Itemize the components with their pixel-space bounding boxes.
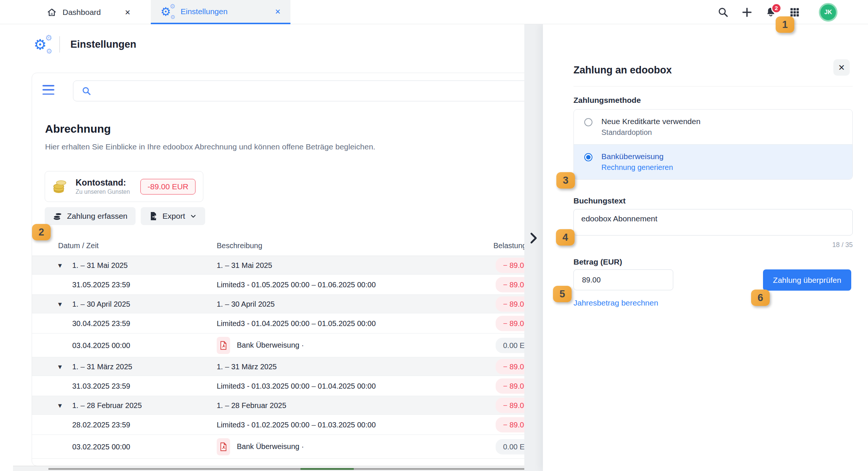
horizontal-scrollbar[interactable] bbox=[13, 466, 524, 471]
table-header: Datum / Zeit Beschreibung Belastung bbox=[32, 235, 524, 256]
balance-value-badge: -89.00 EUR bbox=[140, 179, 195, 195]
annotation-badge-2: 2 bbox=[32, 224, 51, 240]
row-date-cell: 30.04.2025 23:59 bbox=[58, 319, 130, 328]
table-row: 31.05.2025 23:59 Limited3 - 01.05.2025 0… bbox=[32, 275, 524, 295]
booking-text-input[interactable]: edoobox Abonnement bbox=[573, 209, 853, 236]
balance-sublabel: Zu unseren Gunsten bbox=[76, 189, 130, 195]
row-amount-cell: 0.00 EUR bbox=[496, 338, 524, 353]
row-amount-cell: − 89.00 EUR bbox=[496, 277, 524, 292]
row-amount-cell: 0.00 EUR bbox=[496, 439, 524, 454]
amount-input[interactable] bbox=[573, 269, 673, 290]
row-amount-cell: − 89.00 EUR bbox=[496, 257, 524, 273]
search-input[interactable] bbox=[97, 86, 524, 96]
tab-strip: Dashboard ✕ ⚙⚙⚙ Einstellungen ✕ bbox=[37, 0, 290, 24]
row-amount-cell: − 89.00 EUR bbox=[496, 359, 524, 374]
tab-einstellungen-close-icon[interactable]: ✕ bbox=[275, 7, 281, 16]
payment-method-options: Neue Kreditkarte verwenden Standardoptio… bbox=[573, 109, 853, 180]
gears-icon: ⚙⚙⚙ bbox=[160, 4, 175, 19]
row-amount-cell: − 89.00 EUR bbox=[496, 398, 524, 413]
tab-dashboard[interactable]: Dashboard ✕ bbox=[37, 0, 143, 24]
row-description-cell: Limited3 - 01.03.2025 00:00 – 01.04.2025… bbox=[217, 382, 376, 390]
drawer-close-icon[interactable]: ✕ bbox=[833, 59, 850, 76]
option-subtitle-link[interactable]: Rechnung generieren bbox=[601, 163, 673, 172]
table-body: ▼ 1. – 31 Mai 2025 1. – 31 Mai 2025 − 89… bbox=[32, 256, 524, 459]
option-title: Banküberweisung bbox=[601, 152, 673, 161]
table-row: 03.04.2025 00:00 Bank Überweisung · 0.00… bbox=[32, 334, 524, 357]
notifications-bell-icon[interactable]: 2 bbox=[764, 6, 777, 19]
row-date-cell: ▼ 1. – 31 Mai 2025 bbox=[58, 261, 128, 269]
table-row[interactable]: ▼ 1. – 31 März 2025 1. – 31 März 2025 − … bbox=[32, 357, 524, 376]
column-header-beschreibung: Beschreibung bbox=[217, 235, 262, 256]
tab-einstellungen-label: Einstellungen bbox=[181, 7, 228, 16]
annotation-badge-5: 5 bbox=[553, 286, 572, 302]
row-description-cell: Bank Überweisung · bbox=[217, 438, 304, 455]
row-date-cell: 03.04.2025 00:00 bbox=[58, 341, 130, 350]
row-description-cell: Limited3 - 01.02.2025 00:00 – 01.03.2025… bbox=[217, 420, 376, 429]
menu-hamburger-icon[interactable] bbox=[42, 85, 54, 95]
row-description-cell: 1. – 31 März 2025 bbox=[217, 362, 277, 371]
table-row: 28.02.2025 23:59 Limited3 - 01.02.2025 0… bbox=[32, 415, 524, 435]
amount-pill: − 89.00 EUR bbox=[496, 398, 524, 413]
tab-dashboard-close-icon[interactable]: ✕ bbox=[125, 8, 131, 16]
tab-einstellungen[interactable]: ⚙⚙⚙ Einstellungen ✕ bbox=[151, 0, 290, 24]
booking-text-label: Buchungstext bbox=[573, 196, 626, 205]
collapse-triangle-icon[interactable]: ▼ bbox=[58, 262, 72, 268]
row-description-cell: 1. – 28 Februar 2025 bbox=[217, 401, 286, 410]
app-window: Dashboard ✕ ⚙⚙⚙ Einstellungen ✕ bbox=[0, 0, 868, 471]
capture-payment-label: Zahlung erfassen bbox=[67, 212, 127, 221]
collapse-triangle-icon[interactable]: ▼ bbox=[58, 364, 72, 369]
drawer-divider bbox=[573, 86, 853, 86]
amount-pill: 0.00 EUR bbox=[496, 439, 524, 454]
radio-unselected[interactable] bbox=[584, 118, 592, 126]
row-description-cell: Limited3 - 01.04.2025 00:00 – 01.05.2025… bbox=[217, 319, 376, 328]
amount-pill: − 89.00 EUR bbox=[496, 359, 524, 374]
pdf-file-icon[interactable] bbox=[217, 337, 230, 354]
table-row[interactable]: ▼ 1. – 30 April 2025 1. – 30 April 2025 … bbox=[32, 295, 524, 313]
top-bar: Dashboard ✕ ⚙⚙⚙ Einstellungen ✕ bbox=[0, 0, 868, 24]
coins-icon bbox=[53, 179, 67, 195]
annual-amount-link[interactable]: Jahresbetrag berechnen bbox=[573, 298, 658, 307]
row-date-cell: 28.02.2025 23:59 bbox=[58, 420, 130, 429]
option-subtitle: Standardoption bbox=[601, 128, 700, 137]
option-new-credit-card[interactable]: Neue Kreditkarte verwenden Standardoptio… bbox=[574, 110, 852, 144]
table-row: 30.04.2025 23:59 Limited3 - 01.04.2025 0… bbox=[32, 313, 524, 334]
row-amount-cell: − 89.00 EUR bbox=[496, 296, 524, 312]
notification-count-badge: 2 bbox=[771, 3, 782, 13]
capture-payment-button[interactable]: Zahlung erfassen bbox=[45, 207, 136, 225]
actions-row: Zahlung erfassen Export bbox=[45, 207, 205, 225]
collapse-triangle-icon[interactable]: ▼ bbox=[58, 402, 72, 408]
pdf-file-icon[interactable] bbox=[217, 438, 230, 455]
collapse-drawer-chevron-icon[interactable] bbox=[529, 232, 538, 244]
row-date-cell: 31.03.2025 23:59 bbox=[58, 382, 130, 390]
table-row[interactable]: ▼ 1. – 31 Mai 2025 1. – 31 Mai 2025 − 89… bbox=[32, 256, 524, 275]
table-row[interactable]: ▼ 1. – 28 Februar 2025 1. – 28 Februar 2… bbox=[32, 396, 524, 415]
table-search bbox=[73, 80, 524, 101]
drawer-title: Zahlung an edoobox bbox=[573, 64, 672, 76]
row-description-cell: 1. – 30 April 2025 bbox=[217, 300, 275, 308]
table-row: 03.02.2025 00:00 Bank Überweisung · 0.00… bbox=[32, 435, 524, 459]
option-title: Neue Kreditkarte verwenden bbox=[601, 117, 700, 126]
amount-pill: − 89.00 EUR bbox=[496, 316, 524, 331]
page-title: Einstellungen bbox=[70, 39, 136, 50]
main-panel: ⚙⚙⚙ Einstellungen Abrechnung Hier erhalt… bbox=[13, 24, 524, 471]
page-gears-icon: ⚙⚙⚙ bbox=[34, 35, 51, 54]
row-date-cell: 31.05.2025 23:59 bbox=[58, 280, 130, 289]
row-date-cell: 03.02.2025 00:00 bbox=[58, 442, 130, 451]
payment-drawer: ✕ Zahlung an edoobox Zahlungsmethode Neu… bbox=[543, 24, 868, 471]
row-amount-cell: − 89.00 EUR bbox=[496, 417, 524, 432]
balance-label: Kontostand: bbox=[76, 178, 130, 188]
verify-payment-button[interactable]: Zahlung überprüfen bbox=[763, 269, 851, 291]
column-header-belastung: Belastung bbox=[493, 235, 524, 256]
chevron-down-icon bbox=[190, 212, 197, 220]
radio-selected[interactable] bbox=[584, 153, 592, 161]
header-divider bbox=[59, 36, 60, 53]
scrollbar-thumb[interactable] bbox=[48, 468, 524, 470]
user-avatar[interactable]: JK bbox=[819, 3, 837, 22]
annotation-badge-6: 6 bbox=[751, 290, 770, 306]
export-button[interactable]: Export bbox=[141, 207, 205, 225]
collapse-triangle-icon[interactable]: ▼ bbox=[58, 301, 72, 307]
search-icon[interactable] bbox=[717, 6, 729, 19]
add-icon[interactable] bbox=[741, 6, 753, 19]
option-bank-transfer[interactable]: Banküberweisung Rechnung generieren bbox=[574, 144, 852, 179]
table-row: 31.03.2025 23:59 Limited3 - 01.03.2025 0… bbox=[32, 376, 524, 396]
